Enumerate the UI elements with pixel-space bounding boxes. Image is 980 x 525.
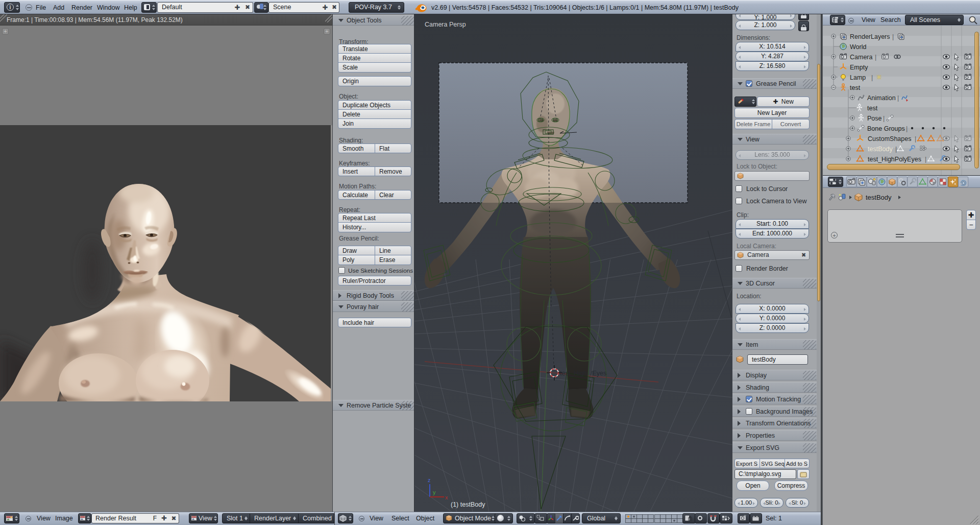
svg-text:Empty: Empty: [850, 64, 868, 71]
svg-text:testBody: testBody: [866, 194, 892, 201]
svg-text:|: |: [871, 74, 873, 81]
svg-text:x: x: [445, 494, 448, 500]
svg-text:Camera Persp: Camera Persp: [425, 21, 466, 28]
svg-text:test_HighPolyEyes: test_HighPolyEyes: [868, 156, 921, 163]
svg-text:Lamp: Lamp: [850, 74, 866, 81]
svg-text:y: y: [433, 489, 436, 495]
svg-text:testBody: testBody: [868, 146, 893, 153]
svg-text:test: test: [850, 84, 861, 91]
svg-text:|: |: [895, 146, 897, 153]
svg-text:|: |: [897, 94, 899, 102]
svg-text:|: |: [915, 135, 916, 142]
svg-text:|: |: [892, 33, 894, 40]
svg-text:Pose: Pose: [867, 115, 882, 122]
svg-text:test_High: test_High: [560, 370, 587, 377]
svg-text:|: |: [925, 156, 926, 163]
svg-text:|: |: [906, 125, 908, 132]
svg-text:/Eyes: /Eyes: [591, 370, 606, 377]
svg-text:Bone Groups: Bone Groups: [867, 125, 905, 132]
svg-text:RenderLayers: RenderLayers: [850, 33, 890, 40]
svg-text:(1) testBody: (1) testBody: [451, 501, 485, 508]
svg-text:z: z: [428, 477, 431, 483]
svg-text:Animation: Animation: [867, 94, 896, 102]
svg-text:World: World: [850, 43, 866, 51]
svg-text:Camera: Camera: [850, 54, 873, 61]
svg-text:|: |: [883, 115, 885, 122]
svg-text:|: |: [875, 54, 876, 61]
svg-text:CustomShapes: CustomShapes: [868, 135, 911, 142]
svg-text:test: test: [867, 105, 878, 112]
